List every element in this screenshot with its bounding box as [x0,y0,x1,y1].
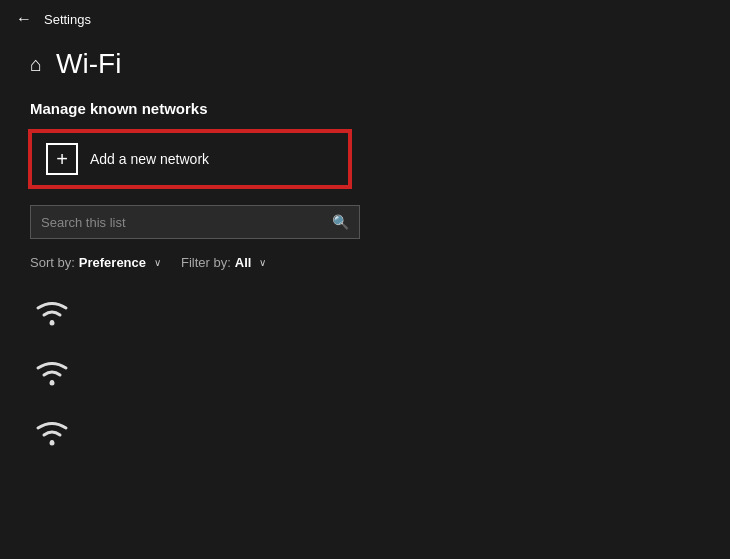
network-list [30,292,700,452]
sort-dropdown[interactable]: Sort by: Preference ∨ [30,255,161,270]
list-item[interactable] [30,412,700,452]
search-container: 🔍 [30,205,360,239]
list-item[interactable] [30,352,700,392]
page-title-row: ⌂ Wi-Fi [30,48,700,80]
header-title: Settings [44,12,91,27]
add-network-label: Add a new network [90,151,209,167]
list-item[interactable] [30,292,700,332]
svg-point-0 [50,321,55,326]
filter-label: Filter by: [181,255,231,270]
filter-dropdown[interactable]: Filter by: All ∨ [181,255,266,270]
wifi-icon-1 [30,292,74,328]
sort-label: Sort by: [30,255,75,270]
sort-chevron-icon: ∨ [154,257,161,268]
back-button[interactable]: ← [16,10,32,28]
search-icon: 🔍 [322,206,359,238]
header: ← Settings [0,0,730,38]
wifi-icon-3 [30,412,74,448]
section-title: Manage known networks [30,100,700,117]
filter-value: All [235,255,252,270]
add-network-button[interactable]: + Add a new network [30,131,350,187]
search-input[interactable] [31,207,322,238]
add-network-icon: + [46,143,78,175]
wifi-icon-2 [30,352,74,388]
sort-value: Preference [79,255,146,270]
sort-filter-row: Sort by: Preference ∨ Filter by: All ∨ [30,255,700,270]
page-title: Wi-Fi [56,48,121,80]
svg-point-2 [50,441,55,446]
main-content: ⌂ Wi-Fi Manage known networks + Add a ne… [0,38,730,472]
filter-chevron-icon: ∨ [259,257,266,268]
svg-point-1 [50,381,55,386]
home-icon: ⌂ [30,53,42,76]
